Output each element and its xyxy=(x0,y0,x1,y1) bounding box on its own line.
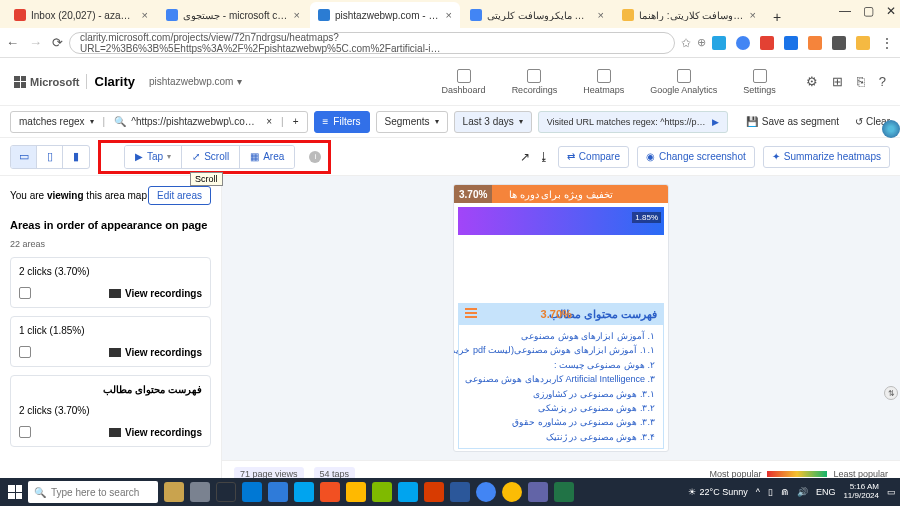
filter-icon: ≡ xyxy=(323,116,329,127)
date-range[interactable]: Last 3 days▾ xyxy=(454,111,532,133)
grid-icon[interactable]: ⊞ xyxy=(832,74,843,89)
close-icon[interactable]: × xyxy=(266,116,272,127)
taskbar-icon[interactable] xyxy=(164,482,184,502)
view-recordings-link[interactable]: View recordings xyxy=(109,288,202,299)
ext-icon[interactable] xyxy=(832,36,846,50)
info-icon[interactable]: i xyxy=(309,151,321,163)
nav-ga[interactable]: Google Analytics xyxy=(650,69,717,95)
taskbar-icon[interactable] xyxy=(528,482,548,502)
taskbar-icon[interactable] xyxy=(320,482,340,502)
url-filter-pill[interactable]: Visited URL matches regex: ^https://pish… xyxy=(538,111,728,133)
ext-icon[interactable] xyxy=(760,36,774,50)
ext-icon[interactable] xyxy=(736,36,750,50)
battery-icon[interactable]: ▯ xyxy=(768,487,773,497)
tab-doc[interactable]: مایکروسافت کلاریتی: راهنما× xyxy=(614,2,764,28)
segments-dropdown[interactable]: Segments▾ xyxy=(376,111,448,133)
close-icon[interactable]: × xyxy=(142,9,148,21)
clock[interactable]: 5:16 AM11/9/2024 xyxy=(843,483,879,501)
scroll-button[interactable]: ⤢Scroll xyxy=(182,146,240,168)
tap-button[interactable]: ▶Tap▾ xyxy=(125,146,182,168)
forward-icon[interactable]: → xyxy=(29,35,42,50)
back-icon[interactable]: ← xyxy=(6,35,19,50)
close-icon[interactable]: × xyxy=(750,9,756,21)
taskbar-icon[interactable] xyxy=(190,482,210,502)
tab-google[interactable]: جستجوی - microsoft clarity× xyxy=(158,2,308,28)
edge-icon[interactable] xyxy=(294,482,314,502)
minimize-icon[interactable]: — xyxy=(839,4,851,18)
share-icon[interactable]: ↗ xyxy=(520,150,530,164)
ext-icon[interactable] xyxy=(712,36,726,50)
chrome-icon[interactable] xyxy=(476,482,496,502)
tab-google-2[interactable]: آموزش مایکروسافت کلریتی× xyxy=(462,2,612,28)
taskbar-icon[interactable] xyxy=(268,482,288,502)
explorer-icon[interactable] xyxy=(346,482,366,502)
download-icon[interactable]: ⭳ xyxy=(538,150,550,164)
notifications-icon[interactable]: ▭ xyxy=(887,487,896,497)
edit-areas-button[interactable]: Edit areas xyxy=(148,186,211,205)
ext-icon[interactable] xyxy=(808,36,822,50)
start-button[interactable] xyxy=(4,481,26,503)
recordings-icon xyxy=(527,69,541,83)
close-icon[interactable]: × xyxy=(598,9,604,21)
tab-gmail[interactable]: Inbox (20,027) - azadehese× xyxy=(6,2,156,28)
taskbar-icon[interactable] xyxy=(554,482,574,502)
nav-heatmaps[interactable]: Heatmaps xyxy=(583,69,624,95)
menu-icon[interactable]: ⋮ xyxy=(880,35,894,51)
taskbar-icon[interactable] xyxy=(242,482,262,502)
chrome-icon[interactable] xyxy=(502,482,522,502)
link-icon[interactable]: ⚙ xyxy=(806,74,818,89)
project-dropdown[interactable]: pishtazwebwp.com▾ xyxy=(149,76,242,87)
tray-chevron-icon[interactable]: ^ xyxy=(756,487,760,497)
change-screenshot-button[interactable]: ◉Change screenshot xyxy=(637,146,755,168)
star-icon[interactable]: ✩ xyxy=(681,36,691,50)
copy-icon[interactable] xyxy=(19,346,31,358)
match-pill[interactable]: matches regex▾ |🔍 ^https://pishtazwebwp\… xyxy=(10,111,308,133)
area-card[interactable]: 2 clicks (3.70%) View recordings xyxy=(10,257,211,308)
nav-dashboard[interactable]: Dashboard xyxy=(442,69,486,95)
filters-button[interactable]: ≡Filters xyxy=(314,111,370,133)
copy-icon[interactable] xyxy=(19,426,31,438)
add-icon[interactable]: + xyxy=(293,116,299,127)
compare-button[interactable]: ⇄Compare xyxy=(558,146,629,168)
summarize-button[interactable]: ✦Summarize heatmaps xyxy=(763,146,890,168)
desktop-view-button[interactable]: ▭ xyxy=(11,146,37,168)
taskbar-search[interactable]: 🔍Type here to search xyxy=(28,481,158,503)
search-url-icon[interactable]: ⊕ xyxy=(697,36,706,49)
close-icon[interactable]: × xyxy=(294,9,300,21)
close-window-icon[interactable]: ✕ xyxy=(886,4,896,18)
copilot-orb-icon[interactable] xyxy=(882,120,900,138)
scroll-handle[interactable]: ⇅ xyxy=(884,386,898,400)
task-view-icon[interactable] xyxy=(216,482,236,502)
lang-indicator[interactable]: ENG xyxy=(816,487,836,497)
area-card[interactable]: 1 click (1.85%) View recordings xyxy=(10,316,211,367)
area-card[interactable]: فهرست محتوای مطالب 2 clicks (3.70%) View… xyxy=(10,375,211,447)
ext-icon[interactable] xyxy=(856,36,870,50)
nav-recordings[interactable]: Recordings xyxy=(512,69,558,95)
area-button[interactable]: ▦Area xyxy=(240,146,294,168)
help-icon[interactable]: ? xyxy=(879,74,886,89)
ext-icon[interactable] xyxy=(784,36,798,50)
word-icon[interactable] xyxy=(450,482,470,502)
wifi-icon[interactable]: ⋒ xyxy=(781,487,789,497)
reload-icon[interactable]: ⟳ xyxy=(52,35,63,50)
new-tab-button[interactable]: + xyxy=(766,6,788,28)
save-segment-button[interactable]: 💾Save as segment xyxy=(746,116,839,127)
close-icon[interactable]: × xyxy=(446,9,452,21)
mobile-view-button[interactable]: ▮ xyxy=(63,146,89,168)
view-recordings-link[interactable]: View recordings xyxy=(109,347,202,358)
copy-icon[interactable]: ⎘ xyxy=(857,74,865,89)
view-recordings-link[interactable]: View recordings xyxy=(109,427,202,438)
taskbar-icon[interactable] xyxy=(424,482,444,502)
camera-icon: ◉ xyxy=(646,151,655,162)
taskbar-icon[interactable] xyxy=(372,482,392,502)
taskbar-icon[interactable] xyxy=(398,482,418,502)
page-preview[interactable]: 3.70% تخفیف ویژه برای دوره ها 1.85% 3.70… xyxy=(453,184,669,452)
maximize-icon[interactable]: ▢ xyxy=(863,4,874,18)
weather-widget[interactable]: ☀22°C Sunny xyxy=(688,487,748,497)
nav-settings[interactable]: Settings xyxy=(743,69,776,95)
url-input[interactable]: clarity.microsoft.com/projects/view/72n7… xyxy=(69,32,675,54)
copy-icon[interactable] xyxy=(19,287,31,299)
volume-icon[interactable]: 🔊 xyxy=(797,487,808,497)
tablet-view-button[interactable]: ▯ xyxy=(37,146,63,168)
tab-clarity[interactable]: pishtazwebwp.com - Clarity× xyxy=(310,2,460,28)
